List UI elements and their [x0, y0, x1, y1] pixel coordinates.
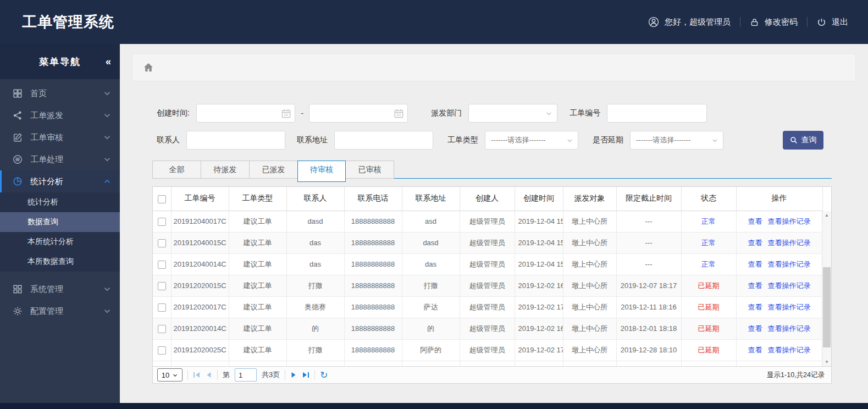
sidebar-menu: 首页工单派发工单审核工单处理统计分析统计分析数据查询本所统计分析本所数据查询系统…: [0, 79, 120, 322]
last-page-button[interactable]: [302, 372, 309, 378]
row-checkbox[interactable]: [158, 261, 166, 269]
view-link[interactable]: 查看: [748, 346, 762, 354]
sidebar-subitem[interactable]: 数据查询: [0, 212, 120, 232]
row-checkbox[interactable]: [158, 303, 166, 312]
order-no-input[interactable]: [607, 104, 706, 122]
chevron-down-icon: [103, 112, 111, 119]
next-page-button[interactable]: [290, 372, 297, 378]
create-time-start-input-wrap: [196, 104, 295, 123]
view-log-link[interactable]: 查看操作记录: [768, 303, 811, 311]
cell-actions: 查看查看操作记录: [736, 296, 822, 318]
sidebar-item-system[interactable]: 系统管理: [0, 278, 120, 300]
row-checkbox[interactable]: [158, 218, 166, 226]
contact-input[interactable]: [187, 131, 285, 149]
cell-actions: 查看查看操作记录: [736, 339, 822, 361]
sidebar-item-label: 工单派发: [30, 110, 96, 121]
row-checkbox[interactable]: [158, 239, 166, 247]
page-prefix-label: 第: [223, 370, 230, 380]
calendar-icon[interactable]: [281, 108, 291, 121]
cell-dispatch-target: 墩上中心所: [563, 296, 616, 318]
sidebar-item-review[interactable]: 工单审核: [0, 126, 120, 148]
column-header: 工单编号: [171, 187, 229, 211]
cell-creator: 超级管理员: [460, 253, 515, 275]
scroll-down-icon[interactable]: ▼: [822, 358, 831, 366]
view-log-link[interactable]: 查看操作记录: [768, 281, 811, 290]
view-link[interactable]: 查看: [748, 324, 762, 333]
vertical-scrollbar[interactable]: ▲ ▼: [822, 211, 831, 366]
cell-contact: dasd: [286, 211, 344, 232]
create-time-end-input[interactable]: [309, 104, 407, 122]
view-log-link[interactable]: 查看操作记录: [768, 217, 811, 225]
address-input[interactable]: [335, 131, 433, 149]
search-button[interactable]: 查询: [783, 131, 823, 150]
chevron-up-icon: [103, 178, 111, 185]
cell-order-no: 201912020014C: [171, 318, 229, 339]
row-checkbox[interactable]: [158, 346, 166, 355]
scrollbar-thumb[interactable]: [823, 267, 831, 348]
first-page-button[interactable]: [193, 372, 201, 378]
cell-phone: 18888888888: [344, 232, 402, 253]
tab-已审核[interactable]: 已审核: [346, 161, 394, 179]
delay-select[interactable]: -------请选择-------: [630, 131, 723, 150]
cell-contact: 的: [286, 318, 344, 339]
sidebar-subitem[interactable]: 本所统计分析: [0, 232, 120, 252]
tab-已派发[interactable]: 已派发: [249, 161, 297, 179]
change-password-link[interactable]: 修改密码: [750, 17, 798, 27]
view-link[interactable]: 查看: [748, 260, 762, 268]
dispatch-dept-select[interactable]: [468, 104, 557, 123]
select-all-checkbox[interactable]: [158, 195, 166, 203]
column-header: 联系地址: [402, 187, 460, 211]
status-tabs: 全部待派发已派发待审核已审核: [152, 161, 832, 179]
tab-全部[interactable]: 全部: [152, 161, 201, 179]
scroll-up-icon[interactable]: ▲: [822, 211, 831, 219]
sidebar-item-label: 首页: [30, 89, 96, 99]
create-time-start-input[interactable]: [197, 104, 295, 122]
sidebar-item-process[interactable]: 工单处理: [0, 148, 120, 170]
user-greeting[interactable]: 您好，超级管理员: [648, 16, 731, 27]
status-badge: 正常: [701, 217, 716, 225]
sidebar-item-label: 配置管理: [30, 306, 96, 317]
view-log-link[interactable]: 查看操作记录: [768, 260, 811, 268]
database-icon: [13, 154, 23, 164]
home-icon[interactable]: [143, 62, 154, 73]
view-log-link[interactable]: 查看操作记录: [768, 346, 811, 354]
sidebar-item-config[interactable]: 配置管理: [0, 300, 120, 322]
table-row: 201912020025C建议工单打撒18888888888阿萨的超级管理员20…: [153, 339, 822, 361]
page-number-input[interactable]: [235, 368, 257, 382]
address-input-wrap: [334, 131, 433, 150]
dispatch-dept-label: 派发部门: [431, 108, 462, 118]
row-checkbox[interactable]: [158, 282, 166, 290]
cell-contact: das: [286, 232, 344, 253]
view-link[interactable]: 查看: [748, 281, 762, 290]
calendar-icon[interactable]: [394, 108, 404, 121]
tab-待审核[interactable]: 待审核: [297, 161, 346, 182]
sidebar-item-dispatch[interactable]: 工单派发: [0, 104, 120, 126]
view-link[interactable]: 查看: [748, 217, 762, 225]
view-link[interactable]: 查看: [748, 303, 762, 311]
cell-empty: [171, 361, 229, 366]
refresh-icon[interactable]: ↻: [320, 371, 328, 380]
edit-icon: [13, 132, 23, 142]
app-title: 工单管理系统: [22, 12, 114, 32]
view-link[interactable]: 查看: [748, 239, 762, 247]
sidebar-item-home[interactable]: 首页: [0, 82, 120, 104]
sidebar-item-stats[interactable]: 统计分析: [0, 170, 120, 192]
sidebar-subitem[interactable]: 本所数据查询: [0, 252, 120, 272]
logout-link[interactable]: 退出: [817, 17, 848, 27]
cell-dispatch-target: 墩上中心所: [563, 318, 616, 339]
view-log-link[interactable]: 查看操作记录: [768, 239, 811, 247]
cell-empty: [402, 361, 460, 366]
row-checkbox[interactable]: [158, 325, 166, 333]
view-log-link[interactable]: 查看操作记录: [768, 324, 811, 333]
cell-status: 正常: [681, 232, 736, 253]
sidebar-subitem[interactable]: 统计分析: [0, 192, 120, 212]
total-pages-label: 共3页: [262, 370, 280, 380]
collapse-sidebar-icon[interactable]: «: [106, 56, 110, 68]
cell-phone: 18888888888: [344, 211, 402, 232]
cell-creator: 超级管理员: [460, 232, 515, 253]
cell-address: dasd: [402, 232, 460, 253]
tab-待派发[interactable]: 待派发: [201, 161, 249, 179]
page-size-select[interactable]: 10: [157, 368, 183, 382]
order-type-select[interactable]: -------请选择-------: [485, 131, 578, 150]
prev-page-button[interactable]: [206, 372, 212, 378]
